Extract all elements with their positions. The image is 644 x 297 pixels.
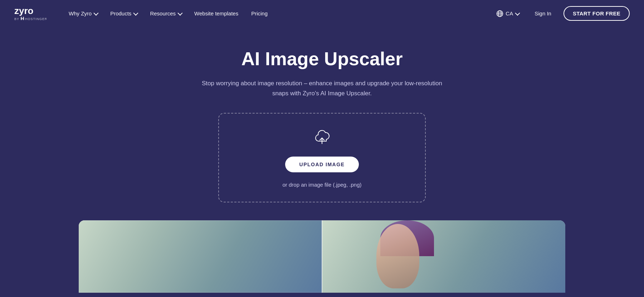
chevron-down-icon <box>177 10 182 15</box>
upload-dropzone[interactable]: UPLOAD IMAGE or drop an image file (.jpe… <box>218 113 426 203</box>
logo[interactable]: zyro BY HOSTINGER <box>14 5 47 23</box>
cloud-upload-icon <box>313 128 331 148</box>
chevron-down-icon <box>133 10 138 15</box>
chevron-down-icon <box>515 10 520 15</box>
main-content: AI Image Upscaler Stop worrying about im… <box>0 27 644 293</box>
nav-links: Why Zyro Products Resources Website temp… <box>64 8 493 19</box>
hero-section: AI Image Upscaler Stop worrying about im… <box>0 27 644 220</box>
hero-title: AI Image Upscaler <box>241 48 403 70</box>
locale-selector[interactable]: CA <box>493 8 522 19</box>
upload-image-button[interactable]: UPLOAD IMAGE <box>285 157 359 172</box>
preview-divider <box>322 220 322 293</box>
navbar: zyro BY HOSTINGER Why Zyro Products Reso… <box>0 0 644 27</box>
svg-text:BY: BY <box>14 17 19 21</box>
preview-after <box>322 220 565 293</box>
preview-container <box>79 220 565 293</box>
nav-item-pricing[interactable]: Pricing <box>246 8 273 19</box>
nav-item-products[interactable]: Products <box>105 8 142 19</box>
preview-face <box>376 224 419 288</box>
sign-in-link[interactable]: Sign In <box>530 8 556 19</box>
svg-text:zyro: zyro <box>14 5 33 16</box>
svg-rect-4 <box>21 18 24 19</box>
preview-section <box>0 220 644 293</box>
hero-subtitle: Stop worrying about image resolution – e… <box>200 78 444 99</box>
svg-text:HOSTINGER: HOSTINGER <box>25 17 47 21</box>
nav-item-website-templates[interactable]: Website templates <box>189 8 243 19</box>
chevron-down-icon <box>94 10 99 15</box>
locale-label: CA <box>506 10 513 16</box>
nav-right: CA Sign In START FOR FREE <box>493 6 630 21</box>
nav-item-why-zyro[interactable]: Why Zyro <box>64 8 102 19</box>
nav-item-resources[interactable]: Resources <box>145 8 186 19</box>
preview-before <box>79 220 325 293</box>
start-free-button[interactable]: START FOR FREE <box>564 6 630 21</box>
globe-icon <box>496 10 503 17</box>
upload-hint: or drop an image file (.jpeg, .png) <box>283 181 362 189</box>
